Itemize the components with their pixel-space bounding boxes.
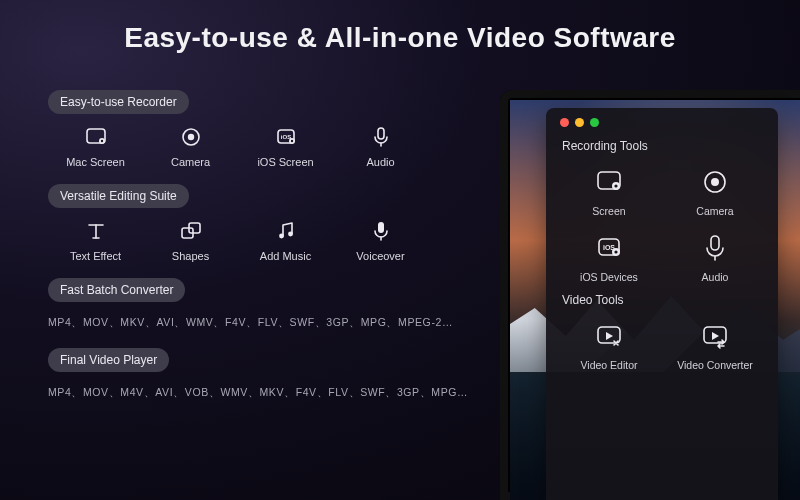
feature-shapes: Shapes xyxy=(143,218,238,262)
marketing-slide: Easy-to-use & All-in-one Video Software … xyxy=(0,0,800,500)
section-pill-converter: Fast Batch Converter xyxy=(48,278,185,302)
ios-screen-icon: iOS xyxy=(273,124,299,150)
screen-record-icon xyxy=(83,124,109,150)
ios-device-icon: iOS xyxy=(592,231,626,265)
minimize-icon[interactable] xyxy=(575,118,584,127)
camera-icon xyxy=(698,165,732,199)
tool-screen[interactable]: Screen xyxy=(564,165,654,217)
video-editor-icon xyxy=(592,319,626,353)
laptop-mockup: Recording Tools Screen Camera xyxy=(500,90,800,500)
svg-rect-15 xyxy=(378,222,384,233)
svg-point-25 xyxy=(614,250,617,253)
headline: Easy-to-use & All-in-one Video Software xyxy=(0,22,800,54)
svg-marker-29 xyxy=(606,332,613,340)
feature-camera: Camera xyxy=(143,124,238,168)
music-note-icon xyxy=(273,218,299,244)
tool-ios-devices[interactable]: iOS iOS Devices xyxy=(564,231,654,283)
tool-camera[interactable]: Camera xyxy=(670,165,760,217)
camera-icon xyxy=(178,124,204,150)
voiceover-mic-icon xyxy=(368,218,394,244)
feature-mac-screen: Mac Screen xyxy=(48,124,143,168)
tool-label: Video Converter xyxy=(677,359,753,371)
video-tools-grid: Video Editor Video Converter xyxy=(560,319,764,371)
panel-heading-video: Video Tools xyxy=(562,293,764,307)
svg-point-4 xyxy=(187,134,193,140)
tool-label: Screen xyxy=(592,205,625,217)
tool-label: iOS Devices xyxy=(580,271,638,283)
laptop-screen: Recording Tools Screen Camera xyxy=(510,100,800,500)
feature-text-effect: Text Effect xyxy=(48,218,143,262)
svg-marker-31 xyxy=(712,332,719,340)
section-pill-recorder: Easy-to-use Recorder xyxy=(48,90,189,114)
editing-row: Text Effect Shapes Add Music Voiceover xyxy=(48,218,478,262)
feature-label: Camera xyxy=(171,156,210,168)
svg-rect-26 xyxy=(711,236,719,250)
app-window: Recording Tools Screen Camera xyxy=(546,108,778,500)
converter-formats: MP4、MOV、MKV、AVI、WMV、F4V、FLV、SWF、3GP、MPG、… xyxy=(48,316,468,330)
tool-video-editor[interactable]: Video Editor xyxy=(564,319,654,371)
section-pill-editing: Versatile Editing Suite xyxy=(48,184,189,208)
section-pill-player: Final Video Player xyxy=(48,348,169,372)
svg-point-21 xyxy=(711,178,719,186)
tool-label: Audio xyxy=(702,271,729,283)
svg-point-2 xyxy=(100,140,102,142)
shapes-icon xyxy=(178,218,204,244)
tool-label: Video Editor xyxy=(580,359,637,371)
close-icon[interactable] xyxy=(560,118,569,127)
feature-column: Easy-to-use Recorder Mac Screen Camera i… xyxy=(48,90,478,418)
recorder-row: Mac Screen Camera iOS iOS Screen Audio xyxy=(48,124,478,168)
panel-heading-recording: Recording Tools xyxy=(562,139,764,153)
feature-label: Audio xyxy=(366,156,394,168)
svg-point-13 xyxy=(279,234,284,239)
feature-add-music: Add Music xyxy=(238,218,333,262)
window-traffic-lights[interactable] xyxy=(560,118,764,127)
text-effect-icon xyxy=(83,218,109,244)
feature-label: Text Effect xyxy=(70,250,121,262)
tool-audio[interactable]: Audio xyxy=(670,231,760,283)
feature-ios-screen: iOS iOS Screen xyxy=(238,124,333,168)
microphone-icon xyxy=(698,231,732,265)
svg-point-14 xyxy=(288,232,293,237)
tool-video-converter[interactable]: Video Converter xyxy=(670,319,760,371)
feature-audio: Audio xyxy=(333,124,428,168)
feature-label: Voiceover xyxy=(356,250,404,262)
feature-label: Mac Screen xyxy=(66,156,125,168)
microphone-icon xyxy=(368,124,394,150)
recording-tools-grid: Screen Camera iOS iOS Devices xyxy=(560,165,764,283)
feature-label: Shapes xyxy=(172,250,209,262)
video-converter-icon xyxy=(698,319,732,353)
svg-point-8 xyxy=(290,140,292,142)
zoom-icon[interactable] xyxy=(590,118,599,127)
feature-label: Add Music xyxy=(260,250,311,262)
tool-label: Camera xyxy=(696,205,733,217)
feature-voiceover: Voiceover xyxy=(333,218,428,262)
svg-point-19 xyxy=(614,184,617,187)
player-formats: MP4、MOV、M4V、AVI、VOB、WMV、MKV、F4V、FLV、SWF、… xyxy=(48,386,468,400)
svg-rect-9 xyxy=(378,128,384,139)
svg-text:iOS: iOS xyxy=(280,134,290,140)
screen-record-icon xyxy=(592,165,626,199)
feature-label: iOS Screen xyxy=(257,156,313,168)
